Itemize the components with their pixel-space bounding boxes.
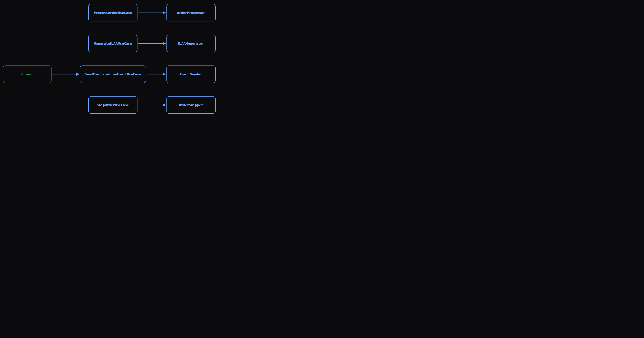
node-ship-order-use-case: ShipOrderUseCase xyxy=(88,96,138,114)
node-order-shipper-label: OrderShipper xyxy=(179,103,203,107)
node-email-sender: EmailSender xyxy=(166,65,216,83)
node-order-shipper: OrderShipper xyxy=(166,96,216,114)
node-send-confirmation-email-use-case-label: SendConfirmationEmailUseCase xyxy=(85,72,141,76)
node-generate-bill-use-case-label: GenerateBillUseCase xyxy=(94,42,132,45)
node-bill-generator-label: BillGenerator xyxy=(178,42,204,45)
node-order-processor-label: OrderProcessor xyxy=(177,11,205,15)
node-client-label: Client xyxy=(21,72,33,76)
node-email-sender-label: EmailSender xyxy=(180,72,202,76)
node-client: Client xyxy=(3,65,52,83)
node-send-confirmation-email-use-case: SendConfirmationEmailUseCase xyxy=(80,65,146,83)
node-process-order-use-case: ProcessOrderUseCase xyxy=(88,4,138,21)
node-generate-bill-use-case: GenerateBillUseCase xyxy=(88,35,138,52)
node-order-processor: OrderProcessor xyxy=(166,4,216,21)
node-process-order-use-case-label: ProcessOrderUseCase xyxy=(94,11,132,15)
node-bill-generator: BillGenerator xyxy=(166,35,216,52)
diagram-canvas: Client ProcessOrderUseCase OrderProcesso… xyxy=(0,0,228,120)
node-ship-order-use-case-label: ShipOrderUseCase xyxy=(97,103,129,107)
